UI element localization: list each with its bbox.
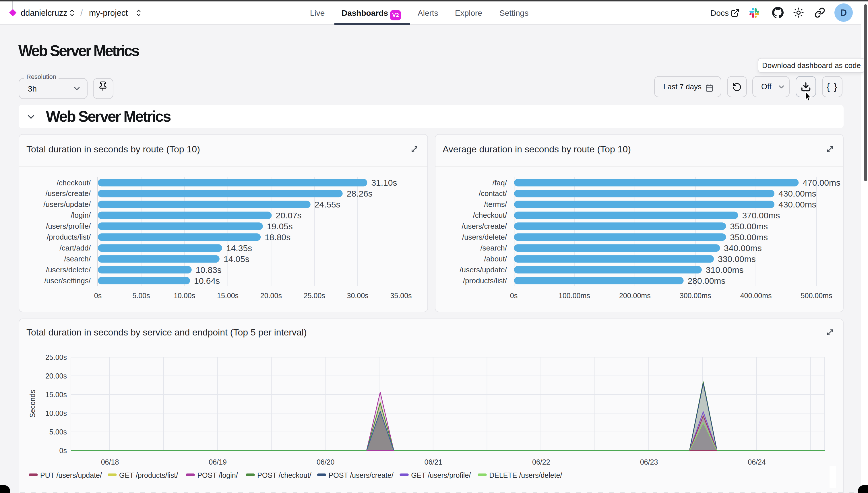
svg-text:/checkout/: /checkout/ xyxy=(57,178,91,187)
svg-text:06/21: 06/21 xyxy=(425,458,443,466)
svg-text:06/22: 06/22 xyxy=(532,458,550,466)
svg-text:5.00s: 5.00s xyxy=(49,428,67,436)
svg-text:/cart/add/: /cart/add/ xyxy=(60,244,91,252)
svg-text:280.00ms: 280.00ms xyxy=(688,276,726,285)
svg-text:/contact/: /contact/ xyxy=(479,189,507,198)
svg-text:18.80s: 18.80s xyxy=(264,232,291,242)
svg-text:400.00ms: 400.00ms xyxy=(740,292,772,300)
svg-text:/users/delete/: /users/delete/ xyxy=(46,265,91,274)
svg-text:/terms/: /terms/ xyxy=(484,200,507,209)
svg-text:/users/create/: /users/create/ xyxy=(462,222,507,231)
svg-text:/products/list/: /products/list/ xyxy=(47,233,91,241)
svg-text:/users/update/: /users/update/ xyxy=(43,200,91,209)
svg-text:/checkout/: /checkout/ xyxy=(473,211,507,219)
svg-text:10.64s: 10.64s xyxy=(194,276,220,285)
svg-text:5.00s: 5.00s xyxy=(132,292,150,300)
svg-text:/users/profile/: /users/profile/ xyxy=(46,222,91,231)
svg-text:06/18: 06/18 xyxy=(101,458,119,466)
svg-text:300.00ms: 300.00ms xyxy=(680,292,711,300)
svg-text:25.00s: 25.00s xyxy=(304,292,325,300)
svg-text:/products/list/: /products/list/ xyxy=(463,276,507,285)
svg-text:/about/: /about/ xyxy=(484,255,507,263)
svg-text:14.35s: 14.35s xyxy=(226,243,252,253)
svg-text:31.10s: 31.10s xyxy=(371,178,397,187)
svg-text:20.00s: 20.00s xyxy=(260,292,282,300)
svg-text:15.00s: 15.00s xyxy=(217,292,238,300)
svg-text:310.00ms: 310.00ms xyxy=(706,265,744,275)
svg-text:POST /users/create/: POST /users/create/ xyxy=(329,471,394,479)
svg-text:470.00ms: 470.00ms xyxy=(803,178,841,187)
svg-text:10.83s: 10.83s xyxy=(196,265,221,275)
svg-text:/user/settings/: /user/settings/ xyxy=(44,276,91,285)
svg-text:06/23: 06/23 xyxy=(640,458,658,466)
svg-text:Seconds: Seconds xyxy=(28,390,37,417)
svg-text:370.00ms: 370.00ms xyxy=(742,211,780,220)
svg-text:20.00s: 20.00s xyxy=(45,372,67,380)
svg-text:/users/delete/: /users/delete/ xyxy=(462,233,507,241)
svg-text:20.07s: 20.07s xyxy=(276,211,302,220)
svg-text:15.00s: 15.00s xyxy=(45,390,67,399)
svg-text:35.00s: 35.00s xyxy=(390,292,411,300)
svg-text:/users/create/: /users/create/ xyxy=(45,189,91,198)
svg-text:100.00ms: 100.00ms xyxy=(558,292,590,300)
svg-text:0s: 0s xyxy=(510,292,517,300)
svg-text:10.00s: 10.00s xyxy=(174,292,195,300)
svg-text:PUT /users/update/: PUT /users/update/ xyxy=(40,471,102,479)
svg-text:25.00s: 25.00s xyxy=(45,353,67,361)
svg-text:06/24: 06/24 xyxy=(748,458,766,466)
svg-text:/users/update/: /users/update/ xyxy=(460,265,507,274)
svg-text:0s: 0s xyxy=(94,292,102,300)
svg-text:350.00ms: 350.00ms xyxy=(730,221,768,231)
svg-text:06/19: 06/19 xyxy=(209,458,227,466)
svg-text:/login/: /login/ xyxy=(71,211,91,219)
svg-text:06/20: 06/20 xyxy=(317,458,335,466)
svg-text:28.26s: 28.26s xyxy=(347,189,373,198)
svg-text:350.00ms: 350.00ms xyxy=(730,232,768,242)
svg-text:POST /checkout/: POST /checkout/ xyxy=(257,471,312,479)
svg-text:0s: 0s xyxy=(59,447,67,454)
svg-text:/search/: /search/ xyxy=(481,244,507,252)
svg-text:POST /login/: POST /login/ xyxy=(197,471,238,479)
svg-text:340.00ms: 340.00ms xyxy=(724,243,762,253)
svg-text:24.55s: 24.55s xyxy=(315,200,340,209)
svg-text:430.00ms: 430.00ms xyxy=(779,189,816,198)
svg-text:200.00ms: 200.00ms xyxy=(619,292,651,300)
svg-text:GET /users/profile/: GET /users/profile/ xyxy=(411,471,471,479)
svg-text:10.00s: 10.00s xyxy=(45,409,67,417)
svg-text:GET /products/list/: GET /products/list/ xyxy=(119,471,178,479)
svg-text:430.00ms: 430.00ms xyxy=(779,200,816,209)
svg-text:DELETE /users/delete/: DELETE /users/delete/ xyxy=(489,471,562,479)
svg-text:500.00ms: 500.00ms xyxy=(801,292,832,300)
svg-text:/faq/: /faq/ xyxy=(492,178,507,187)
svg-text:330.00ms: 330.00ms xyxy=(718,254,756,264)
svg-text:30.00s: 30.00s xyxy=(347,292,368,300)
svg-text:/search/: /search/ xyxy=(64,255,91,263)
svg-text:14.05s: 14.05s xyxy=(224,254,250,264)
svg-text:19.05s: 19.05s xyxy=(267,221,293,231)
